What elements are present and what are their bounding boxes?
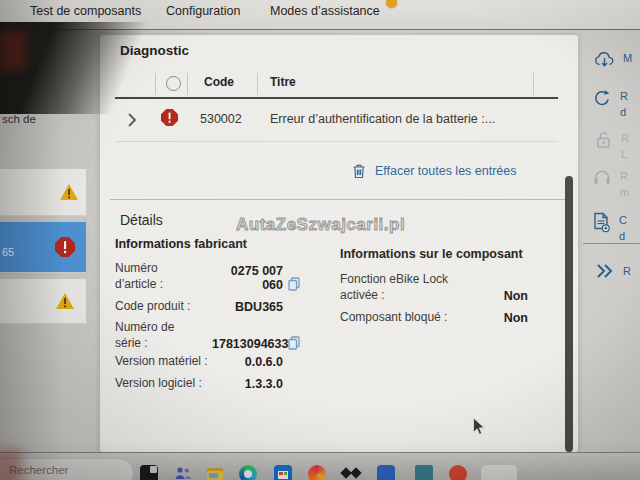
sidebar-item-label: 65 [2,246,14,258]
column-separator [533,73,534,95]
teal-app-icon[interactable] [415,465,433,480]
details-section-title: Détails [120,212,163,228]
notification-badge [386,0,397,8]
edge-browser-icon[interactable] [239,465,257,480]
rail-action-update[interactable]: M [594,50,640,68]
taskbar-search[interactable] [0,458,134,480]
component-sidebar: sch de 65 [0,29,100,452]
copy-icon[interactable] [288,277,300,291]
detail-row-software-version: Version logiciel : 1.3.3.0 [115,374,283,391]
select-all-radio[interactable] [166,76,181,91]
cloud-download-icon [594,50,615,68]
rail-action-reset[interactable]: R d [592,88,639,121]
error-code-cell[interactable]: 530002 [200,112,242,126]
column-header-titre: Titre [270,75,296,89]
dark-app-icon[interactable] [140,465,158,480]
diagnostic-section-title: Diagnostic [120,43,189,58]
detail-value: 17813094633 [212,337,288,351]
detail-label: Version matériel : [115,353,212,369]
header-underline [115,97,558,99]
rail-action-reset-lock: R L [594,130,640,163]
rail-action-expand[interactable]: R [595,263,640,280]
tab-configuration[interactable]: Configuration [166,4,240,18]
detail-value: Non [468,289,528,303]
headset-icon [592,168,612,187]
detail-value: 0.0.6.0 [212,355,283,369]
section-divider [110,199,566,200]
detail-value: BDU365 [212,300,283,314]
rail-action-label: M [623,50,640,67]
blue-app-icon[interactable] [377,465,395,480]
detail-row-article-number: Numéro d’article : 0275 007 060 [115,256,283,292]
column-separator [257,73,258,95]
red-app-icon[interactable] [449,465,467,480]
copy-icon[interactable] [288,336,300,350]
detail-label: Code produit : [115,298,212,314]
detail-row-component-blocked: Composant bloqué : Non [340,307,528,325]
detail-label: Numéro de série : [115,319,212,351]
row-separator [115,141,558,142]
teams-people-icon[interactable] [174,465,192,480]
detail-value: 1.3.3.0 [212,377,283,391]
detail-value: Non [468,311,528,325]
unlock-icon [594,130,613,149]
photographed-laptop-screen: Test de composants Configuration Modes d… [0,0,640,480]
sidebar-item-warning-2[interactable] [0,279,86,324]
error-octagon-icon [55,237,75,257]
mouse-cursor [472,417,487,437]
watermark-text: AutaZeSzwajcarii.pl [236,215,405,235]
column-separator [155,73,156,95]
main-panel: Diagnostic Code Titre 530002 Erreur d’au… [100,35,578,452]
sidebar-item-bdu365-selected[interactable]: 65 [0,222,86,273]
row-expand-chevron-icon[interactable] [127,112,137,128]
rail-action-support: R m [592,168,639,201]
detail-label: Fonction eBike Lock activée : [340,271,468,303]
tray-widget[interactable] [481,465,517,480]
top-menu-bar: Test de composants Configuration Modes d… [0,0,640,30]
rail-divider [583,243,640,244]
detail-label: Version logiciel : [115,375,212,391]
sidebar-item-warning-1[interactable] [0,169,86,216]
clear-all-entries-label: Effacer toutes les entrées [375,164,517,178]
detail-value: 0275 007 060 [212,264,283,292]
detail-row-hardware-version: Version matériel : 0.0.6.0 [115,352,283,369]
microsoft-store-icon[interactable] [274,465,292,480]
column-separator [187,73,188,95]
rail-action-label: R m [620,168,639,201]
manufacturer-info-heading: Informations fabricant [115,237,247,251]
error-title-cell[interactable]: Erreur d’authentification de la batterie… [270,112,495,126]
rail-action-create-report[interactable]: C d [592,212,638,245]
trash-icon [352,163,366,179]
breadcrumb-truncated: sch de [2,113,36,125]
tab-modes-assistance[interactable]: Modes d’assistance [270,4,380,18]
detail-row-serial-number: Numéro de série : 17813094633 [115,315,283,351]
vertical-scrollbar-thumb[interactable] [565,176,573,452]
refresh-icon [592,88,612,108]
black-diamonds-icon[interactable] [342,465,360,480]
rail-action-label: R L [621,130,640,163]
warning-triangle-icon [59,183,79,201]
component-info-heading: Informations sur le composant [340,247,523,261]
clear-all-entries-link[interactable]: Effacer toutes les entrées [352,163,517,179]
search-input[interactable] [7,463,121,477]
firefox-icon[interactable] [308,465,326,480]
detail-label: Numéro d’article : [115,260,212,292]
rail-action-label: R d [620,88,639,121]
error-octagon-icon [161,109,178,126]
warning-triangle-icon [55,292,75,310]
tab-test-de-composants[interactable]: Test de composants [30,4,141,18]
double-chevron-right-icon [595,263,615,279]
rail-action-label: R [623,263,640,280]
detail-row-product-code: Code produit : BDU365 [115,297,283,314]
column-header-code: Code [204,75,234,89]
detail-label: Composant bloqué : [340,309,468,325]
rail-action-label: C d [619,212,638,245]
file-explorer-icon[interactable] [206,465,224,480]
windows-taskbar [0,452,640,480]
detail-row-ebike-lock: Fonction eBike Lock activée : Non [340,267,528,303]
document-add-icon [592,212,611,233]
